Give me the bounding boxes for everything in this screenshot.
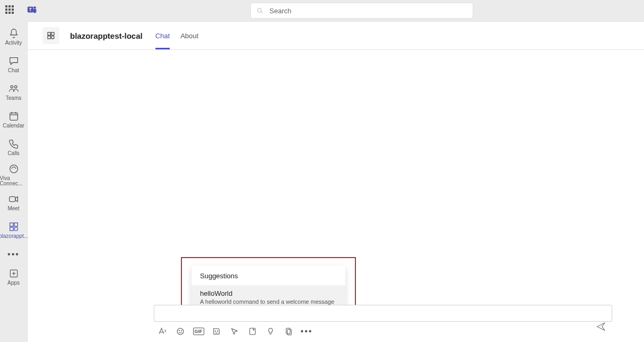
chat-title: blazorapptest-local (70, 31, 143, 40)
cursor-icon (230, 327, 239, 336)
attach-icon (284, 327, 293, 336)
suggestion-item-title: helloWorld (200, 289, 337, 297)
svg-rect-29 (250, 328, 256, 335)
svg-rect-7 (10, 113, 18, 121)
attach-button[interactable] (283, 326, 294, 337)
app-rail: Activity Chat Teams Calendar Calls Viva … (0, 21, 28, 342)
suggestion-item-desc: A helloworld command to send a welcome m… (200, 298, 337, 305)
schedule-button[interactable] (247, 326, 258, 337)
rail-viva-label: Viva Connec... (0, 176, 28, 186)
app-grid-icon (8, 221, 20, 233)
emoji-button[interactable] (175, 326, 186, 337)
suggestions-header: Suggestions (192, 266, 345, 285)
svg-rect-15 (10, 227, 13, 230)
format-icon (158, 327, 167, 336)
rail-meet-label: Meet (7, 206, 19, 211)
plus-box-icon (8, 268, 19, 279)
svg-point-28 (217, 331, 218, 331)
svg-point-2 (33, 6, 36, 9)
tab-about-label: About (180, 32, 198, 40)
svg-point-24 (177, 328, 184, 335)
bell-icon (8, 28, 20, 39)
svg-point-3 (258, 8, 262, 12)
svg-rect-12 (9, 196, 15, 201)
rail-teams[interactable]: Teams (0, 79, 28, 105)
svg-point-25 (179, 330, 179, 331)
send-icon (595, 321, 607, 332)
compose-input[interactable] (154, 305, 612, 322)
gif-button[interactable]: GIF (193, 326, 204, 337)
main-content: blazorapptest-local Chat About Suggestio… (28, 21, 644, 342)
svg-rect-13 (10, 223, 13, 226)
app-avatar (42, 27, 59, 44)
compose-toolbar: GIF ••• (154, 322, 612, 337)
emoji-icon (176, 327, 185, 336)
svg-point-11 (10, 165, 18, 173)
svg-point-23 (51, 36, 54, 39)
search-input[interactable]: Search (250, 3, 473, 19)
rail-calls-label: Calls (7, 151, 19, 156)
search-icon (256, 7, 264, 15)
ellipsis-icon: ••• (301, 327, 313, 336)
sticker-button[interactable] (211, 326, 222, 337)
svg-point-26 (181, 330, 182, 331)
tab-about[interactable]: About (180, 22, 198, 49)
svg-text:T: T (29, 7, 32, 12)
rail-calendar-label: Calendar (3, 123, 24, 129)
rail-chat[interactable]: Chat (0, 51, 28, 78)
rail-chat-label: Chat (8, 68, 19, 73)
svg-rect-31 (286, 328, 291, 334)
rail-meet[interactable]: Meet (0, 189, 28, 216)
svg-point-16 (14, 227, 17, 230)
svg-rect-14 (14, 223, 17, 226)
rail-custom-app[interactable]: blazorappt... (0, 217, 28, 243)
teams-logo-icon: T (27, 4, 38, 18)
svg-point-5 (11, 85, 13, 88)
app-grid-icon (46, 31, 56, 40)
suggestions-popup: Suggestions helloWorld A helloworld comm… (192, 266, 345, 310)
waffle-menu-icon[interactable] (5, 5, 16, 16)
rail-custom-app-label: blazorappt... (0, 234, 28, 239)
rail-teams-label: Teams (6, 96, 21, 101)
svg-rect-20 (48, 32, 50, 35)
rail-viva[interactable]: Viva Connec... (0, 161, 28, 188)
stream-button[interactable] (265, 326, 276, 337)
rail-more[interactable]: ••• (0, 246, 28, 262)
svg-rect-32 (288, 329, 292, 335)
rail-apps-label: Apps (7, 280, 20, 286)
send-button[interactable] (595, 321, 607, 332)
tab-chat-label: Chat (155, 32, 170, 40)
extensions-button[interactable] (229, 326, 240, 337)
rail-calendar[interactable]: Calendar (0, 106, 28, 133)
rail-calls[interactable]: Calls (0, 134, 28, 160)
gif-icon: GIF (193, 328, 204, 335)
bulb-icon (266, 327, 275, 336)
note-icon (248, 327, 257, 336)
title-bar: T Search (0, 0, 644, 21)
search-placeholder-text: Search (269, 7, 291, 15)
svg-rect-22 (48, 36, 50, 39)
chat-icon (8, 55, 20, 67)
format-button[interactable] (157, 326, 168, 337)
compose-area: GIF ••• (154, 305, 612, 337)
teams-icon (8, 83, 20, 95)
svg-point-6 (14, 85, 17, 88)
rail-apps[interactable]: Apps (0, 263, 28, 290)
svg-point-27 (215, 331, 215, 331)
rail-activity-label: Activity (5, 40, 22, 46)
svg-line-4 (261, 12, 263, 13)
tab-chat[interactable]: Chat (155, 22, 170, 49)
more-actions-button[interactable]: ••• (301, 326, 312, 337)
chat-tabs: Chat About (155, 22, 198, 49)
video-icon (8, 193, 20, 205)
rail-activity[interactable]: Activity (0, 23, 28, 50)
chat-header: blazorapptest-local Chat About (28, 22, 644, 50)
svg-rect-21 (51, 32, 54, 35)
viva-icon (8, 163, 20, 175)
sticker-icon (212, 327, 221, 336)
phone-icon (8, 138, 20, 150)
calendar-icon (8, 110, 20, 122)
ellipsis-icon: ••• (7, 250, 20, 259)
